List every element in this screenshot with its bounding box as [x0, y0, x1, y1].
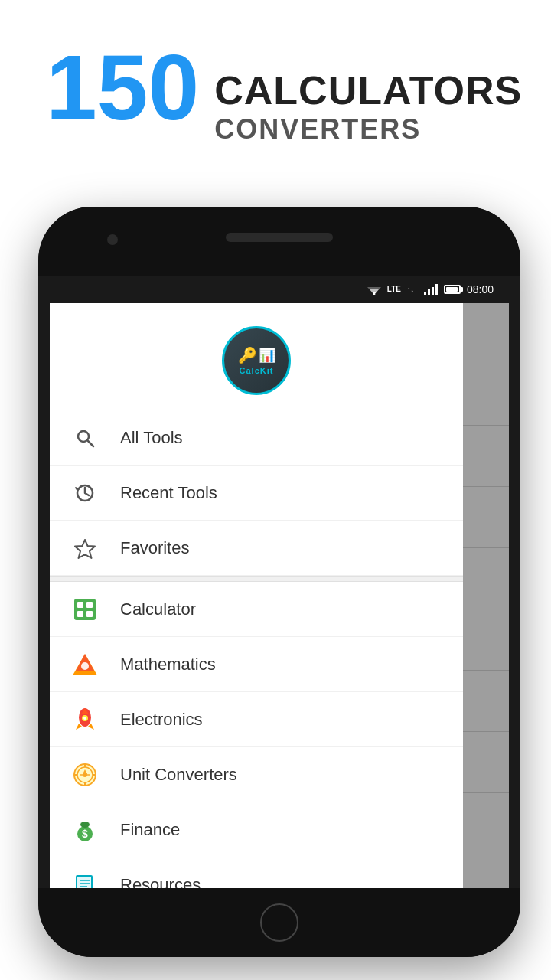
- side-panel-line: [463, 609, 509, 671]
- favorites-label: Favorites: [120, 538, 189, 558]
- side-panel-line: [463, 364, 509, 426]
- main-menu: All Tools Recent Tools: [50, 410, 463, 576]
- menu-item-recent-tools[interactable]: Recent Tools: [50, 466, 463, 521]
- side-panel-line: [463, 426, 509, 487]
- search-icon: [68, 421, 102, 455]
- svg-rect-11: [86, 602, 93, 608]
- menu-item-electronics[interactable]: Electronics: [50, 692, 463, 747]
- svg-marker-8: [75, 540, 95, 558]
- calculator-label: Calculator: [120, 599, 196, 619]
- svg-point-22: [83, 717, 86, 720]
- svg-rect-12: [77, 611, 83, 617]
- menu-item-finance[interactable]: $ Finance: [50, 802, 463, 858]
- mathematics-icon: [68, 648, 102, 681]
- data-signal-icon: ↑↓: [407, 284, 418, 295]
- svg-marker-20: [88, 724, 94, 730]
- promo-text-block: CALCULATORS CONVERTERS: [214, 46, 522, 145]
- section-divider: [50, 576, 463, 582]
- speaker-grill: [226, 233, 333, 242]
- all-tools-label: All Tools: [120, 428, 183, 448]
- menu-item-mathematics[interactable]: Mathematics: [50, 637, 463, 692]
- svg-point-34: [80, 822, 90, 828]
- logo-icon-row: 🔑 📊: [238, 346, 276, 364]
- star-icon: [68, 531, 102, 565]
- wifi-icon: [367, 284, 381, 295]
- history-icon: [68, 476, 102, 510]
- side-panel: [463, 303, 509, 946]
- category-menu: Calculator Mathematics: [50, 582, 463, 913]
- menu-item-unit-converters[interactable]: Unit Converters: [50, 747, 463, 802]
- phone-bezel-bottom: [38, 888, 520, 957]
- svg-rect-9: [74, 599, 96, 620]
- promo-number: 150: [46, 46, 199, 129]
- side-panel-line: [463, 548, 509, 609]
- scale-icon: [68, 758, 102, 792]
- lte-badge: LTE: [387, 286, 401, 293]
- svg-line-6: [88, 440, 94, 446]
- svg-point-16: [81, 662, 89, 670]
- svg-marker-19: [76, 724, 82, 730]
- camera-dot: [107, 234, 118, 245]
- rocket-icon: [68, 703, 102, 737]
- svg-rect-13: [86, 611, 93, 617]
- status-time: 08:00: [467, 283, 494, 296]
- unit-converters-label: Unit Converters: [120, 765, 237, 785]
- status-bar: LTE ↑↓ 08:00: [50, 276, 509, 303]
- app-name-logo: CalcKit: [240, 366, 274, 375]
- cell-signal-icon: [424, 284, 438, 295]
- finance-label: Finance: [120, 820, 180, 840]
- menu-item-favorites[interactable]: Favorites: [50, 521, 463, 576]
- mathematics-label: Mathematics: [120, 655, 216, 675]
- logo-area: 🔑 📊 CalcKit: [50, 303, 463, 410]
- battery-icon: [444, 285, 461, 294]
- side-panel-line: [463, 793, 509, 854]
- side-panel-line: [463, 303, 509, 364]
- menu-item-all-tools[interactable]: All Tools: [50, 410, 463, 466]
- svg-text:↑↓: ↑↓: [407, 286, 414, 293]
- menu-item-calculator[interactable]: Calculator: [50, 582, 463, 637]
- app-logo: 🔑 📊 CalcKit: [222, 326, 291, 395]
- svg-rect-10: [77, 602, 83, 608]
- svg-text:$: $: [82, 828, 88, 840]
- electronics-label: Electronics: [120, 710, 203, 730]
- money-icon: $: [68, 813, 102, 847]
- promo-converters: CONVERTERS: [214, 113, 522, 145]
- side-panel-line: [463, 487, 509, 548]
- recent-tools-label: Recent Tools: [120, 483, 217, 503]
- phone-frame: LTE ↑↓ 08:00 🔑 📊 CalcKit: [38, 207, 520, 957]
- phone-bezel-top: [38, 207, 520, 276]
- side-panel-line: [463, 671, 509, 732]
- promo-calculators: CALCULATORS: [214, 67, 522, 113]
- home-button[interactable]: [260, 903, 298, 942]
- side-panel-line: [463, 732, 509, 793]
- app-screen: 🔑 📊 CalcKit All Tools: [50, 303, 463, 946]
- promo-section: 150 CALCULATORS CONVERTERS: [46, 46, 522, 145]
- calculator-icon: [68, 593, 102, 626]
